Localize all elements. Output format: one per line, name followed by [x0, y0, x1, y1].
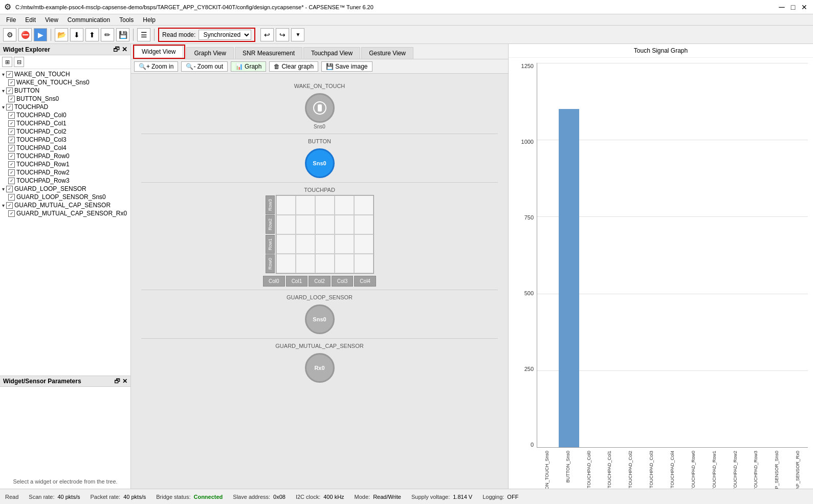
checkbox-touchpad[interactable]	[6, 104, 13, 111]
grid-cell-r3c0[interactable]	[276, 195, 296, 215]
settings-button[interactable]: ⚙	[3, 28, 16, 41]
grid-cell-r1c1[interactable]	[296, 234, 315, 254]
download-button[interactable]: ⬇	[70, 28, 83, 41]
sensor-guard-mutual-rx0[interactable]: Rx0	[305, 353, 335, 383]
tree-item-touchpad-col4[interactable]: TOUCHPAD_Col4	[0, 144, 130, 152]
redo-dropdown[interactable]: ▼	[291, 28, 304, 41]
col-label-col4[interactable]: Col4	[354, 276, 376, 287]
grid-cell-r2c2[interactable]	[315, 215, 335, 234]
sensor-guard-loop-sns0[interactable]: Sns0	[305, 304, 335, 334]
graph-button[interactable]: 📊 Graph	[231, 61, 266, 72]
grid-cell-r3c1[interactable]	[296, 195, 315, 215]
grid-cell-r0c1[interactable]	[296, 254, 315, 273]
clear-graph-button[interactable]: 🗑 Clear graph	[269, 61, 318, 72]
run-button[interactable]: ▶	[34, 28, 47, 41]
menu-edit[interactable]: Edit	[21, 15, 40, 25]
redo-button[interactable]: ↪	[276, 28, 289, 41]
tree-item-touchpad-row2[interactable]: TOUCHPAD_Row2	[0, 168, 130, 177]
checkbox-button-sns0[interactable]	[8, 96, 15, 102]
row-label-row2[interactable]: Row2	[266, 215, 275, 234]
minimize-button[interactable]: ─	[777, 3, 786, 12]
tree-item-touchpad-col3[interactable]: TOUCHPAD_Col3	[0, 136, 130, 144]
grid-cell-r0c2[interactable]	[315, 254, 335, 273]
list-button[interactable]: ☰	[137, 28, 150, 41]
tree-item-touchpad-col2[interactable]: TOUCHPAD_Col2	[0, 127, 130, 136]
tree-item-button-sns0[interactable]: BUTTON_Sns0	[0, 95, 130, 103]
stop-button[interactable]: ⛔	[18, 28, 32, 41]
menu-file[interactable]: File	[2, 15, 20, 25]
tab-gesture-view[interactable]: Gesture View	[361, 47, 413, 59]
grid-cell-r1c3[interactable]	[335, 234, 354, 254]
zoom-out-button[interactable]: 🔍- Zoom out	[181, 61, 228, 72]
checkbox-touchpad-col1[interactable]	[8, 120, 15, 127]
close-button[interactable]: ✕	[800, 3, 809, 12]
zoom-in-button[interactable]: 🔍+ Zoom in	[134, 61, 178, 72]
widget-params-restore[interactable]: 🗗	[114, 378, 120, 385]
checkbox-touchpad-col3[interactable]	[8, 137, 15, 143]
menu-help[interactable]: Help	[139, 15, 160, 25]
row-label-row1[interactable]: Row1	[266, 235, 275, 254]
grid-cell-r0c3[interactable]	[335, 254, 354, 273]
grid-cell-r0c0[interactable]	[276, 254, 296, 273]
tree-item-guard-loop[interactable]: ▾ GUARD_LOOP_SENSOR	[0, 185, 130, 193]
grid-cell-r3c4[interactable]	[354, 195, 373, 215]
grid-cell-r1c2[interactable]	[315, 234, 335, 254]
grid-cell-r1c0[interactable]	[276, 234, 296, 254]
tab-touchpad-view[interactable]: Touchpad View	[303, 47, 360, 59]
row-label-row3[interactable]: Row3	[266, 195, 275, 214]
read-mode-select[interactable]: Synchronized Free running	[199, 30, 251, 40]
row-label-row0[interactable]: Row0	[266, 254, 275, 273]
tree-item-touchpad[interactable]: ▾ TOUCHPAD	[0, 103, 130, 111]
tree-item-wake-on-touch[interactable]: ▾ WAKE_ON_TOUCH	[0, 70, 130, 78]
widget-params-close[interactable]: ✕	[122, 378, 127, 385]
tree-item-guard-loop-sns0[interactable]: GUARD_LOOP_SENSOR_Sns0	[0, 193, 130, 201]
tree-item-guard-mutual-rx0[interactable]: GUARD_MUTUAL_CAP_SENSOR_Rx0	[0, 209, 130, 217]
tree-item-touchpad-col1[interactable]: TOUCHPAD_Col1	[0, 119, 130, 127]
grid-cell-r2c0[interactable]	[276, 215, 296, 234]
widget-explorer-restore[interactable]: 🗗	[113, 46, 120, 53]
upload-button[interactable]: ⬆	[85, 28, 99, 41]
col-label-col0[interactable]: Col0	[263, 276, 285, 287]
checkbox-guard-loop[interactable]	[6, 186, 13, 192]
col-label-col3[interactable]: Col3	[332, 276, 354, 287]
maximize-button[interactable]: □	[788, 3, 798, 12]
titlebar-controls[interactable]: ─ □ ✕	[777, 3, 809, 12]
col-label-col2[interactable]: Col2	[309, 276, 331, 287]
tab-widget-view[interactable]: Widget View	[134, 46, 183, 58]
checkbox-touchpad-col4[interactable]	[8, 145, 15, 151]
grid-cell-r2c3[interactable]	[335, 215, 354, 234]
save-button[interactable]: 💾	[116, 28, 129, 41]
grid-cell-r3c3[interactable]	[335, 195, 354, 215]
grid-cell-r1c4[interactable]	[354, 234, 373, 254]
checkbox-wake-on-touch-sns0[interactable]	[8, 79, 15, 86]
col-label-col1[interactable]: Col1	[286, 276, 308, 287]
checkbox-touchpad-col0[interactable]	[8, 112, 15, 119]
save-image-button[interactable]: 💾 Save image	[321, 61, 372, 72]
edit-button[interactable]: ✏	[101, 28, 114, 41]
menu-tools[interactable]: Tools	[115, 15, 138, 25]
tree-item-touchpad-row1[interactable]: TOUCHPAD_Row1	[0, 160, 130, 168]
checkbox-touchpad-row2[interactable]	[8, 169, 15, 176]
tree-item-touchpad-col0[interactable]: TOUCHPAD_Col0	[0, 111, 130, 119]
tree-item-wake-on-touch-sns0[interactable]: WAKE_ON_TOUCH_Sns0	[0, 78, 130, 86]
sensor-button-sns0[interactable]: Sns0	[305, 148, 335, 178]
grid-cell-r2c1[interactable]	[296, 215, 315, 234]
tree-item-guard-mutual[interactable]: ▾ GUARD_MUTUAL_CAP_SENSOR	[0, 201, 130, 209]
checkbox-wake-on-touch[interactable]	[6, 71, 13, 78]
checkbox-touchpad-row3[interactable]	[8, 178, 15, 184]
bar-button-sns0[interactable]	[559, 109, 579, 447]
checkbox-guard-mutual-rx0[interactable]	[8, 210, 15, 217]
grid-cell-r0c4[interactable]	[354, 254, 373, 273]
menu-communication[interactable]: Communication	[63, 15, 114, 25]
tab-graph-view[interactable]: Graph View	[186, 47, 233, 59]
checkbox-button[interactable]	[6, 87, 13, 94]
checkbox-touchpad-row1[interactable]	[8, 161, 15, 168]
tree-item-touchpad-row0[interactable]: TOUCHPAD_Row0	[0, 152, 130, 160]
grid-cell-r2c4[interactable]	[354, 215, 373, 234]
tree-collapse-all[interactable]: ⊟	[14, 57, 24, 67]
undo-button[interactable]: ↩	[260, 28, 274, 41]
tab-snr-measurement[interactable]: SNR Measurement	[235, 47, 302, 59]
menu-view[interactable]: View	[41, 15, 62, 25]
tree-expand-all[interactable]: ⊞	[2, 57, 12, 67]
checkbox-guard-mutual[interactable]	[6, 202, 13, 209]
